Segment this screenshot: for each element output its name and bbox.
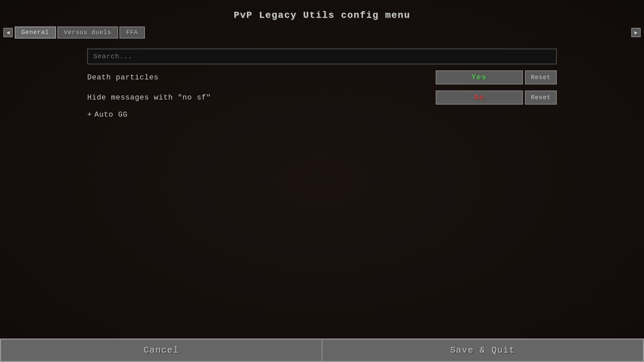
cancel-button[interactable]: Cancel	[0, 339, 322, 362]
right-arrow[interactable]: ▶	[631, 28, 641, 37]
search-input[interactable]	[87, 49, 557, 64]
reset-hide-messages[interactable]: Reset	[525, 90, 557, 105]
group-expand-icon: +	[87, 111, 92, 119]
tab-ffa[interactable]: FFA	[119, 26, 145, 39]
content-area: Death particles Yes Reset Hide messages …	[87, 49, 557, 362]
save-quit-button[interactable]: Save & Quit	[322, 339, 644, 362]
tab-general[interactable]: General	[15, 26, 56, 39]
reset-death-particles[interactable]: Reset	[525, 70, 557, 84]
setting-row-death-particles: Death particles Yes Reset	[87, 68, 557, 87]
setting-label-hide-messages: Hide messages with "no sf"	[87, 94, 211, 102]
tab-versus-duels[interactable]: Versus duels	[57, 26, 118, 39]
tabs-container: General Versus duels FFA	[15, 26, 145, 39]
setting-label-death-particles: Death particles	[87, 73, 159, 82]
toggle-death-particles[interactable]: Yes	[436, 70, 523, 84]
left-arrow[interactable]: ◀	[3, 28, 13, 37]
tab-bar: ◀ General Versus duels FFA ▶	[0, 26, 644, 39]
group-label-auto-gg: Auto GG	[94, 111, 127, 119]
setting-controls-hide-messages: No Reset	[436, 90, 557, 105]
page-title: PvP Legacy Utils config menu	[234, 10, 410, 20]
screen: PvP Legacy Utils config menu ◀ General V…	[0, 0, 644, 362]
group-row-auto-gg[interactable]: + Auto GG	[87, 108, 557, 122]
settings-list: Death particles Yes Reset Hide messages …	[87, 68, 557, 122]
setting-controls-death-particles: Yes Reset	[436, 70, 557, 84]
setting-row-hide-messages: Hide messages with "no sf" No Reset	[87, 88, 557, 107]
toggle-hide-messages[interactable]: No	[436, 90, 523, 105]
bottom-bar: Cancel Save & Quit	[0, 339, 644, 362]
